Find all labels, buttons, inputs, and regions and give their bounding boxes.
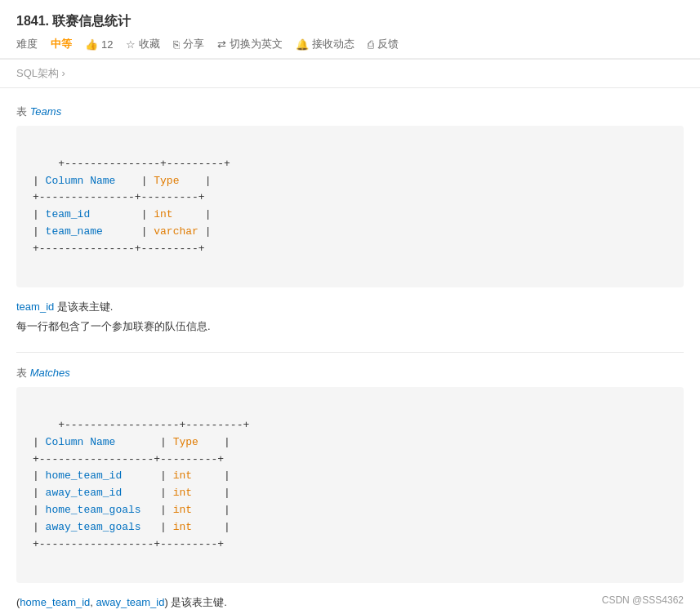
- matches-schema-text: +------------------+---------+ | Column …: [33, 419, 249, 550]
- matches-desc-line-1: (home_team_id, away_team_id) 是该表主键.: [16, 593, 684, 612]
- feedback-label: 反馈: [377, 37, 399, 51]
- share-label: 分享: [183, 37, 204, 51]
- teams-label-prefix: 表: [16, 105, 30, 118]
- main-content: 表 Teams +---------------+---------+ | Co…: [0, 88, 700, 614]
- teams-schema-block: +---------------+---------+ | Column Nam…: [16, 126, 684, 287]
- teams-pk: team_id: [16, 300, 54, 313]
- like-count: 12: [101, 38, 113, 51]
- teams-description: team_id 是该表主键. 每一行都包含了一个参加联赛的队伍信息.: [16, 297, 684, 336]
- difficulty-value: 中等: [51, 37, 72, 51]
- star-icon: ☆: [126, 38, 136, 51]
- matches-pk-part1: home_team_id: [20, 596, 90, 608]
- feedback-icon: ⎙: [368, 38, 374, 51]
- header-section: 1841. 联赛信息统计 难度 中等 👍 12 ☆ 收藏 ⎘ 分享 ⇄ 切换为英…: [0, 0, 700, 59]
- subscribe-label: 接收动态: [312, 37, 354, 51]
- bell-icon: 🔔: [296, 38, 309, 51]
- subscribe-button[interactable]: 🔔 接收动态: [296, 37, 354, 51]
- footer-credit: CSDN @SSS4362: [602, 594, 684, 606]
- teams-table-label: 表 Teams: [16, 105, 684, 119]
- like-icon: 👍: [85, 38, 98, 51]
- like-button[interactable]: 👍 12: [85, 38, 113, 51]
- switch-label: 切换为英文: [230, 37, 283, 51]
- matches-label-prefix: 表: [16, 367, 30, 379]
- share-icon: ⎘: [173, 38, 180, 51]
- difficulty-label: 难度: [16, 37, 38, 51]
- share-button[interactable]: ⎘ 分享: [173, 37, 204, 51]
- page-title: 1841. 联赛信息统计: [16, 13, 684, 30]
- matches-pk-part2: away_team_id: [96, 596, 165, 608]
- collect-label: 收藏: [139, 37, 160, 51]
- meta-bar: 难度 中等 👍 12 ☆ 收藏 ⎘ 分享 ⇄ 切换为英文 🔔 接收动态 ⎙ 反馈: [16, 37, 684, 51]
- section-divider: [16, 352, 684, 353]
- teams-schema-text: +---------------+---------+ | Column Nam…: [33, 158, 230, 255]
- breadcrumb[interactable]: SQL架构 ›: [0, 60, 700, 87]
- teams-desc-line-2: 每一行都包含了一个参加联赛的队伍信息.: [16, 317, 684, 336]
- matches-table-label: 表 Matches: [16, 366, 684, 380]
- collect-button[interactable]: ☆ 收藏: [126, 37, 160, 51]
- matches-schema-block: +------------------+---------+ | Column …: [16, 387, 684, 583]
- breadcrumb-text[interactable]: SQL架构 ›: [16, 67, 65, 79]
- matches-table-name: Matches: [30, 367, 70, 379]
- matches-description: (home_team_id, away_team_id) 是该表主键. 每一行包…: [16, 593, 684, 614]
- switch-icon: ⇄: [217, 38, 226, 51]
- feedback-button[interactable]: ⎙ 反馈: [368, 37, 399, 51]
- teams-table-name: Teams: [30, 105, 62, 118]
- switch-english-button[interactable]: ⇄ 切换为英文: [217, 37, 283, 51]
- teams-desc-line-1: team_id 是该表主键.: [16, 297, 684, 316]
